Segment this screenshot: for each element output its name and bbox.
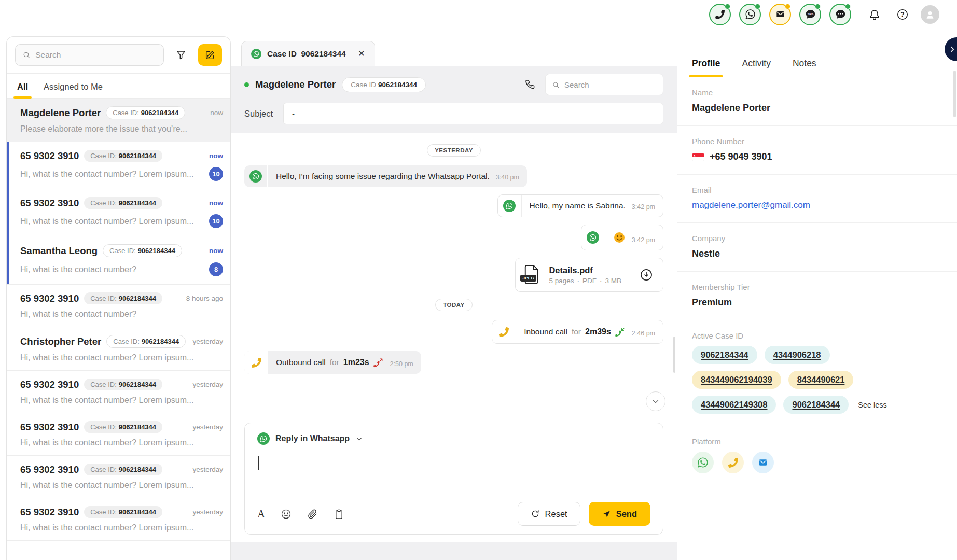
platform-voice-icon[interactable] — [722, 452, 744, 473]
reply-channel-selector[interactable]: Reply in Whatsapp — [257, 432, 650, 445]
send-button[interactable]: Send — [589, 502, 650, 526]
channel-livechat-button[interactable] — [829, 4, 851, 25]
call-button[interactable] — [521, 76, 539, 93]
user-avatar[interactable] — [921, 5, 939, 24]
field-label: Name — [692, 88, 942, 97]
chevron-down-icon — [355, 435, 363, 443]
conversation-item[interactable]: 65 9302 3910 Case ID:9062184344 yesterda… — [7, 371, 230, 413]
email-link[interactable]: magdelene.porter@gmail.com — [692, 200, 942, 211]
case-id-chip[interactable]: 43449062149308 — [692, 396, 776, 414]
email-icon — [775, 9, 785, 19]
conversation-item[interactable]: Magdelene Porter Case ID:9062184344 now … — [7, 99, 230, 142]
conversation-preview: Hi, what is the contact number? Lorem ip… — [20, 396, 223, 405]
whatsapp-icon — [745, 9, 756, 20]
singapore-flag-icon — [692, 153, 704, 161]
compose-button[interactable] — [198, 44, 222, 66]
reset-icon — [531, 509, 540, 519]
channel-voice-button[interactable] — [709, 4, 731, 25]
attach-button[interactable] — [307, 509, 318, 520]
field-label: Email — [692, 186, 942, 194]
download-icon — [640, 268, 653, 282]
conversation-item[interactable]: 65 9302 3910 Case ID:9062184344 now Hi, … — [7, 142, 230, 189]
field-name: Name Magdelene Porter — [677, 77, 957, 126]
field-email: Email magdelene.porter@gmail.com — [677, 175, 957, 223]
voice-status-dot — [725, 4, 730, 9]
download-button[interactable] — [638, 267, 655, 283]
subject-input[interactable] — [283, 103, 663, 124]
channel-whatsapp-button[interactable] — [739, 4, 761, 25]
conversation-item[interactable]: Christopher Peter Case ID:9062184344 yes… — [7, 327, 230, 371]
sidebar-tabs: All Assigned to Me — [7, 74, 230, 99]
conversation-item[interactable]: 65 9302 3910 Case ID:9062184344 8 hours … — [7, 285, 230, 327]
conversation-preview: Hi, what is the contact number? Lorem ip… — [20, 481, 223, 490]
contact-name: Magdelene Porter — [255, 79, 336, 90]
compose-icon — [205, 50, 215, 60]
tab-all[interactable]: All — [17, 82, 28, 98]
scrollbar[interactable] — [953, 71, 956, 117]
message-text: Hello, I’m facing some issue regarding t… — [276, 172, 490, 181]
email-status-dot — [785, 4, 790, 9]
conversation-item[interactable]: 65 9302 3910 Case ID:9062184344 now Hi, … — [7, 189, 230, 236]
conversation-time: now — [209, 247, 223, 255]
chevron-right-icon — [948, 45, 956, 53]
field-phone: Phone Number +65 9049 3901 — [677, 126, 957, 175]
tab-assigned-to-me[interactable]: Assigned to Me — [44, 82, 103, 98]
conversation-item[interactable]: 65 9302 3910 Case ID:9062184344 yesterda… — [7, 413, 230, 456]
notifications-button[interactable] — [865, 5, 884, 24]
platform-whatsapp-icon[interactable] — [692, 452, 714, 473]
conversation-time: yesterday — [192, 338, 223, 345]
field-value: Magdelene Porter — [692, 103, 942, 114]
case-id-chip[interactable]: 4344906218 — [765, 346, 830, 364]
unread-badge: 10 — [209, 167, 223, 181]
case-tab[interactable]: Case ID 9062184344 ✕ — [241, 41, 375, 66]
profile-tabs: Profile Activity Notes — [677, 58, 957, 77]
message-outbound-call: Outbound call for 1m23s 2:50 pm — [231, 351, 677, 374]
clipboard-icon — [334, 509, 344, 520]
conversation-preview: Please elaborate more the issue that you… — [20, 124, 223, 134]
call-duration: 1m23s — [343, 358, 369, 367]
templates-button[interactable] — [334, 509, 344, 520]
conversation-item[interactable]: 65 9302 3910 Case ID:9062184344 yesterda… — [7, 498, 230, 541]
case-id-chip[interactable]: 8434490621 — [788, 371, 854, 389]
tab-activity[interactable]: Activity — [742, 58, 770, 77]
field-label: Phone Number — [692, 137, 942, 146]
scroll-to-bottom-button[interactable] — [646, 391, 665, 411]
conversation-item[interactable]: 65 9302 3910 Case ID:9062184344 yesterda… — [7, 456, 230, 498]
incoming-call-icon — [615, 327, 626, 337]
emoji-button[interactable] — [281, 509, 292, 520]
composer-input[interactable] — [257, 445, 650, 502]
help-button[interactable]: ? — [893, 5, 912, 24]
platform-email-icon[interactable] — [752, 452, 774, 473]
conversation-item[interactable]: Samantha Leong Case ID:9062184344 now Hi… — [7, 236, 230, 285]
message-time: 2:50 pm — [390, 360, 413, 368]
field-platform: Platform — [677, 426, 957, 485]
case-id-chip[interactable]: 9062184344 — [692, 346, 757, 364]
case-id-chip[interactable]: 9062184344 — [783, 396, 849, 414]
file-meta: 5 pages·PDF·3 MB — [549, 277, 621, 285]
scrollbar[interactable] — [673, 337, 675, 373]
close-tab-icon[interactable]: ✕ — [358, 48, 365, 59]
channel-email-button[interactable] — [769, 4, 791, 25]
tab-profile[interactable]: Profile — [692, 58, 720, 77]
tab-notes[interactable]: Notes — [793, 58, 816, 77]
see-less-link[interactable]: See less — [858, 401, 887, 409]
chat-search-input[interactable] — [564, 80, 657, 89]
conversation-name: Christopher Peter — [20, 336, 101, 347]
reset-button[interactable]: Reset — [518, 502, 580, 526]
case-id-chip[interactable]: 843449062194039 — [692, 371, 781, 389]
conversation-preview: Hi, what is the contact number? Lorem ip… — [20, 217, 205, 226]
channel-sms-button[interactable]: SMS — [799, 4, 821, 25]
phone-icon — [499, 327, 509, 337]
sidebar-search-input[interactable] — [35, 50, 157, 60]
conversation-time: yesterday — [192, 508, 223, 516]
conversation-name: Samantha Leong — [20, 245, 98, 257]
person-icon — [924, 9, 936, 20]
filter-button[interactable] — [171, 45, 191, 65]
reply-composer: Reply in Whatsapp A — [244, 423, 663, 535]
case-id-pill: Case ID:9062184344 — [84, 292, 162, 304]
case-id-pill: Case ID:9062184344 — [103, 244, 182, 257]
unread-accent-bar — [7, 142, 9, 189]
field-value: +65 9049 3901 — [710, 151, 772, 162]
format-text-button[interactable]: A — [257, 509, 265, 520]
conversation-name: 65 9302 3910 — [20, 198, 79, 209]
